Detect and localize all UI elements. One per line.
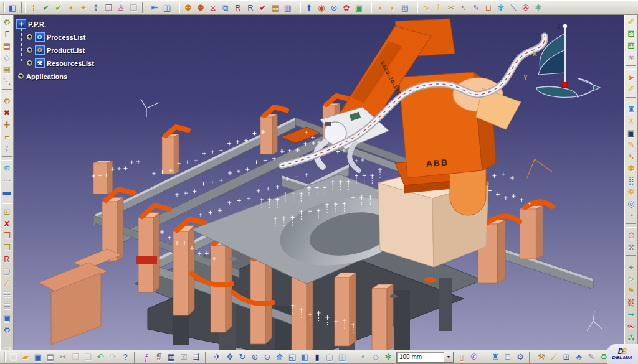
search-gears-icon[interactable]: ⚙ <box>514 351 526 363</box>
expand-productlist[interactable]: + <box>26 47 33 54</box>
gear-cyan-icon[interactable]: ⚙ <box>1 162 13 174</box>
u-profile-icon[interactable]: ⊔ <box>482 1 495 14</box>
grid-dots-icon[interactable]: ⣿ <box>625 174 637 186</box>
image-capture-icon[interactable]: ▣ <box>353 1 365 14</box>
net-loop-icon[interactable]: ✇ <box>520 1 532 14</box>
tree-node-label[interactable]: Applications <box>26 73 67 80</box>
wrench-gold-icon[interactable]: ⚒ <box>535 351 548 363</box>
swap-updown-icon[interactable]: ⇕ <box>90 1 102 14</box>
rotate-icon[interactable]: ↻ <box>236 351 249 363</box>
dice-green-icon[interactable]: ⚄ <box>625 28 637 40</box>
zoom-out-icon[interactable]: ⊖ <box>261 351 274 363</box>
clipboard-plus-icon[interactable]: ❒ <box>1 241 13 253</box>
tree-node-applications[interactable]: + Applications <box>17 70 94 83</box>
view-compass[interactable]: Z X Y <box>523 23 600 97</box>
open-window-icon[interactable]: ❐ <box>102 1 115 14</box>
expand-processlist[interactable]: + <box>26 34 33 40</box>
chain-colored-icon[interactable]: ⛓ <box>625 297 637 309</box>
alarm-icon[interactable]: ⏱ <box>625 230 637 241</box>
normal-view-icon[interactable]: ⟰ <box>274 351 286 363</box>
star-link-icon[interactable]: ✳ <box>625 115 637 127</box>
robot-track-icon[interactable]: R <box>232 1 244 14</box>
activity-order-icon[interactable]: ⁞ <box>27 1 40 14</box>
swirl-gold-icon[interactable]: ❁ <box>625 186 637 198</box>
speaker-gray-icon[interactable]: ❀ <box>625 52 637 63</box>
iso-view-icon[interactable]: ◧ <box>298 351 311 363</box>
transfer-icon[interactable]: ⇶ <box>190 351 202 363</box>
zoom-in-icon[interactable]: ⊕ <box>249 351 261 363</box>
render-style-icon[interactable]: ▢ <box>323 351 336 363</box>
tree-node-ppr[interactable]: ✛ P.P.R. <box>16 17 94 30</box>
pen-ruler-icon[interactable]: ✐ <box>625 16 637 28</box>
flag-gold-icon[interactable]: ⚑ <box>625 285 637 297</box>
ruler-bar-icon[interactable]: ▬ <box>1 186 13 198</box>
delete-red-icon[interactable]: ✘ <box>1 218 13 230</box>
arrow-sketch-icon[interactable]: ➴ <box>457 1 470 14</box>
film-doc-icon[interactable]: ◖ <box>374 1 386 14</box>
figure-run-icon[interactable]: ⟍ <box>507 1 520 14</box>
expand-applications[interactable]: + <box>17 73 24 80</box>
resource-assign-icon[interactable]: ♙ <box>115 1 127 14</box>
render-style-alt-icon[interactable]: ◫ <box>336 351 348 363</box>
save-icon[interactable]: ▣ <box>32 351 44 363</box>
hatch-box-icon[interactable]: ▨ <box>399 1 411 14</box>
magnet-wrench-icon[interactable]: ✆ <box>468 351 480 363</box>
slash-gold-icon[interactable]: ⁄ <box>1 277 13 289</box>
activity-time-icon[interactable]: ⧖ <box>207 1 219 14</box>
select-cursor-icon[interactable]: ➤ <box>625 72 637 83</box>
tv-dark-icon[interactable]: ▣ <box>625 127 637 139</box>
robot-check-icon[interactable]: ✔ <box>257 1 269 14</box>
arrow-orange-icon[interactable]: ➴ <box>625 151 637 162</box>
tree-node-label[interactable]: ResourcesList <box>47 60 94 67</box>
robot-small-icon[interactable]: ⌐ <box>1 131 13 142</box>
catalog-browse-icon[interactable]: ◉ <box>315 1 328 14</box>
measure-item-icon[interactable]: ◫ <box>161 1 173 14</box>
curve-cut-icon[interactable]: ✂ <box>445 1 457 14</box>
gear-percent-icon[interactable]: ⁒ <box>1 142 13 154</box>
assign-item-icon[interactable]: ➧ <box>65 1 77 14</box>
gears-blue-icon[interactable]: ⚙ <box>1 324 13 336</box>
brush-icon[interactable]: ✎ <box>470 1 482 14</box>
jog-step-combo[interactable]: 100 mm▼ <box>396 352 454 363</box>
robot-activity-icon[interactable]: ⚉ <box>625 162 637 174</box>
viewport-3d[interactable]: 6400-24-120 ABB <box>14 15 624 350</box>
context-help-icon[interactable]: ? <box>119 351 131 363</box>
scene-3d[interactable]: 6400-24-120 ABB <box>14 15 624 350</box>
lock-icon[interactable]: ⚿ <box>178 351 190 363</box>
verify-process-icon[interactable]: ✔ <box>40 1 52 14</box>
clipboard-red-icon[interactable]: ❒ <box>1 230 13 241</box>
toolbar-grip[interactable] <box>4 352 6 362</box>
document-icon[interactable]: ▢ <box>1 265 13 277</box>
list-sg-icon[interactable]: ☷ <box>1 289 13 301</box>
link-nodes-icon[interactable]: ⋱ <box>1 75 13 87</box>
frames-chain-icon[interactable]: ⌖ <box>625 261 637 273</box>
axis-system-icon[interactable]: ⌖ <box>357 351 369 363</box>
tree-node-processlist[interactable]: + ⚙ ProcessList <box>21 30 94 44</box>
cabinet-audio-icon[interactable]: ▤ <box>1 40 13 52</box>
paste-icon[interactable]: ❏ <box>82 351 94 363</box>
tree-node-resourceslist[interactable]: + ⚒ ResourcesList <box>21 57 94 70</box>
gears-add-icon[interactable]: ✚ <box>1 119 13 131</box>
expand-resourceslist[interactable]: + <box>26 60 33 67</box>
globe-up-icon[interactable]: ⬘ <box>573 351 585 363</box>
robot-gears-icon[interactable]: ⚙ <box>1 95 13 107</box>
multi-view-icon[interactable]: ◱ <box>286 351 298 363</box>
target-blue-icon[interactable]: ◎ <box>625 198 637 210</box>
chain-red-icon[interactable]: ⚯ <box>625 320 637 332</box>
stack-copy-icon[interactable]: ❏ <box>127 1 140 14</box>
table-grid-icon[interactable]: ▦ <box>165 351 178 363</box>
pen-robot-icon[interactable]: ✎ <box>625 139 637 151</box>
highlight-clamp-icon[interactable]: ▯ <box>455 351 468 363</box>
tree-node-label[interactable]: P.P.R. <box>28 21 46 28</box>
shading-cylinder-icon[interactable]: ▮ <box>311 351 323 363</box>
jog-jug-icon[interactable]: ♜ <box>625 103 637 115</box>
print-icon[interactable]: ▤ <box>44 351 57 363</box>
building-blocks-icon[interactable]: ▦ <box>269 1 282 14</box>
combo-dropdown-arrow[interactable]: ▼ <box>444 352 453 362</box>
spray-icon[interactable]: ❃ <box>532 1 545 14</box>
frame-axis-icon[interactable]: ⌲ <box>625 273 637 285</box>
hammer-wrench-icon[interactable]: ⚒ <box>625 241 637 253</box>
simulate-activity-icon[interactable]: ⚉ <box>182 1 194 14</box>
link-manager-icon[interactable]: ✿ <box>340 1 353 14</box>
cut-icon[interactable]: ✂ <box>57 351 69 363</box>
